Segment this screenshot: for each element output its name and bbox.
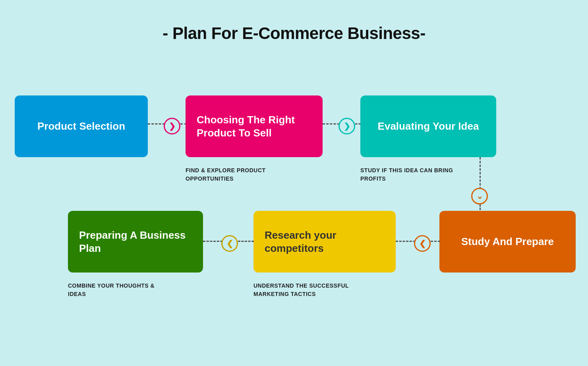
connector-line-r1-2b [355, 123, 361, 125]
page-title: - Plan For E-Commerce Business- [0, 0, 588, 43]
box-research-label: Research your competitors [265, 229, 385, 255]
box-preparing-label: Preparing A Business Plan [79, 229, 192, 255]
box-product-selection: Product Selection [15, 95, 148, 157]
box-product-selection-label: Product Selection [37, 120, 125, 133]
connector-line-r2-1b [238, 241, 254, 242]
subtitle-preparing: COMBINE YOUR THOUGHTS & IDEAS [68, 282, 171, 298]
subtitle-choosing: FIND & EXPLORE PRODUCT OPPORTUNITIES [186, 166, 293, 183]
box-choosing-label: Choosing The Right Product To Sell [197, 113, 311, 139]
box-study: Study And Prepare [439, 211, 576, 273]
box-evaluating: Evaluating Your Idea [360, 95, 496, 157]
subtitle-research: UNDERSTAND THE SUCCESSFUL MARKETING TACT… [253, 282, 369, 298]
box-choosing: Choosing The Right Product To Sell [186, 95, 323, 157]
box-research: Research your competitors [253, 211, 396, 273]
box-preparing: Preparing A Business Plan [68, 211, 203, 273]
diagram: Product Selection ❯ Choosing The Right P… [0, 64, 588, 366]
arrow-right-1: ❯ [164, 118, 180, 134]
arrow-left-2: ❮ [414, 235, 431, 252]
arrow-right-2: ❯ [338, 118, 355, 134]
arrow-down: ⌄ [471, 188, 488, 204]
box-study-label: Study And Prepare [461, 235, 554, 248]
box-evaluating-label: Evaluating Your Idea [378, 120, 479, 133]
connector-line-r2-2b [431, 241, 440, 242]
arrow-left-1: ❮ [221, 235, 238, 252]
subtitle-evaluating: STUDY IF THIS IDEA CAN BRING PROFITS [360, 166, 464, 183]
